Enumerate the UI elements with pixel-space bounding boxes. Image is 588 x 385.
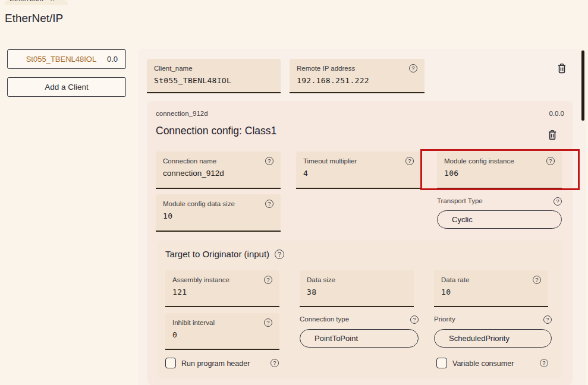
connection-name-label: Connection name [163, 157, 216, 165]
variable-consumer-label: Variable consumer [452, 359, 514, 368]
ethernet-ip-config-page: EtherNet/IP✕ EtherNet/IP St055_TBENL48IO… [0, 0, 588, 385]
inhibit-interval-value[interactable]: 0 [172, 330, 272, 339]
data-size-value[interactable]: 38 [307, 288, 407, 296]
transport-type-label: Transport Type [437, 197, 483, 204]
tab-ethernet-ip[interactable]: EtherNet/IP✕ [5, 0, 68, 5]
assembly-instance-label: Assembly instance [172, 276, 229, 284]
client-button-name: St055_TBENL48IOL [15, 55, 107, 64]
timeout-multiplier-label: Timeout multiplier [303, 157, 357, 165]
help-icon[interactable]: ? [543, 315, 552, 324]
tab-label: EtherNet/IP [10, 0, 46, 3]
trash-icon [548, 130, 557, 140]
vertical-scrollbar-thumb[interactable] [581, 51, 584, 121]
priority-label: Priority [434, 315, 455, 323]
sidebar-client-button[interactable]: St055_TBENL48IOL 0.0 [7, 49, 126, 69]
connection-version: 0.0.0 [538, 110, 564, 117]
help-icon[interactable]: ? [275, 250, 284, 259]
page-title: EtherNet/IP [5, 12, 63, 25]
transport-type-label-row: Transport Type ? [437, 197, 562, 206]
connection-name-field[interactable]: Connection name ? connection_912d [156, 152, 281, 189]
help-icon[interactable]: ? [264, 318, 272, 327]
assembly-instance-value[interactable]: 121 [172, 288, 272, 296]
module-config-data-size-value[interactable]: 10 [163, 212, 273, 220]
run-program-header-checkbox[interactable] [165, 358, 176, 368]
help-icon[interactable]: ? [554, 197, 562, 206]
help-icon[interactable]: ? [265, 157, 273, 165]
data-size-label: Data size [307, 276, 335, 284]
module-config-data-size-field[interactable]: Module config data size ? 10 [156, 194, 281, 232]
connection-type-select[interactable]: PointToPoint [300, 329, 419, 348]
connection-config-title: Connection config: Class1 [156, 125, 276, 137]
help-icon[interactable]: ? [540, 359, 548, 367]
help-icon[interactable]: ? [405, 157, 414, 165]
client-name-field[interactable]: Client_name St055_TBENL48IOL [147, 59, 281, 93]
module-config-instance-field[interactable]: Module config instance ? 106 [437, 152, 562, 189]
module-config-instance-value[interactable]: 106 [444, 169, 555, 178]
client-name-label: Client_name [154, 64, 193, 72]
connection-id-label: connection_912d [156, 110, 208, 117]
delete-client-button[interactable] [557, 63, 567, 76]
timeout-multiplier-field[interactable]: Timeout multiplier ? 4 [296, 152, 421, 189]
help-icon[interactable]: ? [533, 276, 541, 284]
help-icon[interactable]: ? [409, 64, 417, 72]
timeout-multiplier-value[interactable]: 4 [303, 169, 414, 178]
connection-name-value[interactable]: connection_912d [163, 169, 273, 178]
module-config-data-size-label: Module config data size [163, 200, 235, 208]
data-rate-value[interactable]: 10 [441, 288, 541, 296]
add-client-button[interactable]: Add a Client [7, 77, 126, 97]
run-program-header-label: Run program header [181, 359, 250, 368]
inhibit-interval-label: Inhibit interval [172, 318, 215, 327]
transport-type-value: Cyclic [452, 215, 473, 224]
target-to-originator-title-text: Target to Originator (input) [165, 249, 269, 259]
connection-type-value: PointToPoint [315, 334, 358, 343]
client-name-value[interactable]: St055_TBENL48IOL [154, 76, 273, 85]
priority-select[interactable]: ScheduledPriority [434, 329, 552, 348]
help-icon[interactable]: ? [264, 276, 272, 284]
connection-type-label-row: Connection type ? [300, 315, 419, 324]
priority-label-row: Priority ? [434, 315, 552, 324]
remote-ip-value[interactable]: 192.168.251.222 [297, 76, 417, 85]
data-rate-label: Data rate [441, 276, 469, 284]
priority-value: ScheduledPriority [449, 334, 510, 343]
variable-consumer-checkbox[interactable] [436, 358, 447, 368]
help-icon[interactable]: ? [271, 359, 279, 367]
remote-ip-label: Remote IP address [297, 64, 355, 72]
help-icon[interactable]: ? [265, 200, 273, 208]
module-config-instance-label: Module config instance [444, 157, 514, 165]
delete-connection-button[interactable] [548, 130, 557, 143]
inhibit-interval-field[interactable]: Inhibit interval ? 0 [165, 313, 279, 350]
data-size-field[interactable]: Data size 38 [300, 270, 414, 307]
assembly-instance-field[interactable]: Assembly instance ? 121 [165, 270, 279, 307]
target-to-originator-section [157, 241, 562, 379]
help-icon[interactable]: ? [410, 315, 419, 324]
remote-ip-field[interactable]: Remote IP address ? 192.168.251.222 [290, 59, 425, 93]
add-client-label: Add a Client [45, 83, 89, 91]
target-to-originator-title: Target to Originator (input) ? [165, 249, 284, 259]
data-rate-field[interactable]: Data rate ? 10 [434, 270, 548, 307]
connection-type-label: Connection type [300, 315, 349, 323]
transport-type-select[interactable]: Cyclic [437, 210, 562, 229]
help-icon[interactable]: ? [546, 157, 555, 165]
close-icon[interactable]: ✕ [50, 0, 55, 2]
client-button-version: 0.0 [107, 55, 118, 64]
trash-icon [557, 63, 567, 74]
